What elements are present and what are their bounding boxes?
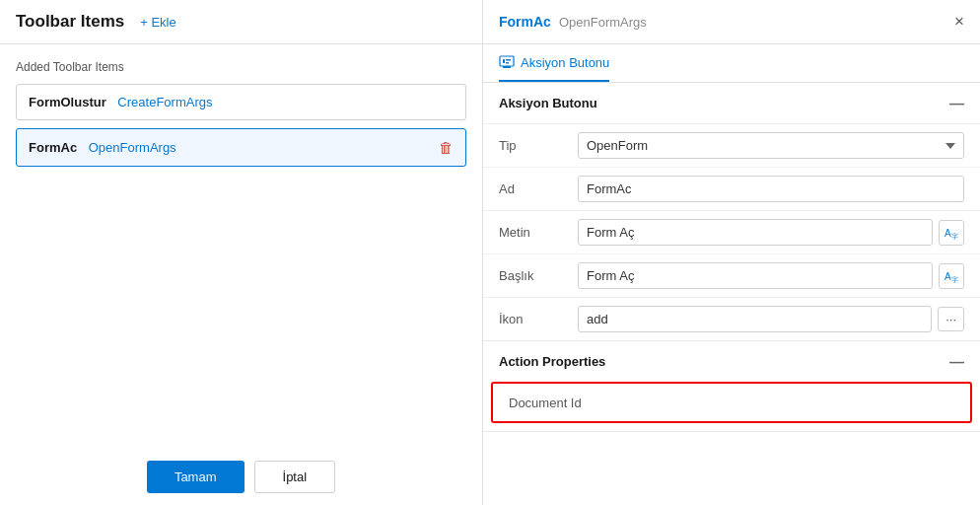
ad-input[interactable] bbox=[578, 176, 964, 202]
toolbar-item-name-selected: FormAc bbox=[29, 140, 77, 155]
metin-input[interactable] bbox=[578, 219, 933, 246]
right-header: FormAc OpenFormArgs × bbox=[483, 0, 980, 44]
ikon-input[interactable] bbox=[578, 306, 932, 332]
document-id-row: Document Id bbox=[491, 382, 972, 423]
close-button[interactable]: × bbox=[954, 12, 964, 32]
tab-aksiyon-butonu[interactable]: Aksiyon Butonu bbox=[499, 44, 609, 82]
field-row-ad: Ad bbox=[483, 167, 980, 210]
svg-rect-3 bbox=[506, 62, 509, 64]
document-id-input[interactable] bbox=[588, 396, 954, 410]
tab-bar: Aksiyon Butonu bbox=[483, 44, 980, 83]
added-toolbar-items-label: Added Toolbar Items bbox=[16, 60, 466, 74]
cancel-button[interactable]: İptal bbox=[254, 461, 336, 493]
field-value-tip: OpenForm bbox=[578, 132, 964, 159]
section-title-aksiyon: Aksiyon Butonu bbox=[499, 96, 597, 110]
collapse-icon-aksiyon[interactable]: — bbox=[949, 95, 964, 111]
field-label-metin: Metin bbox=[499, 225, 578, 240]
svg-rect-1 bbox=[503, 66, 511, 68]
field-value-baslik: A 字 bbox=[578, 262, 964, 289]
section-header-action-properties: Action Properties — bbox=[483, 341, 980, 382]
field-label-ad: Ad bbox=[499, 181, 578, 196]
tip-select[interactable]: OpenForm bbox=[578, 132, 964, 159]
toolbar-item-args-selected: OpenFormArgs bbox=[89, 140, 176, 155]
field-row-metin: Metin A 字 bbox=[483, 210, 980, 253]
toolbar-items-title: Toolbar Items bbox=[16, 12, 124, 32]
action-properties-section: Action Properties — Document Id bbox=[483, 341, 980, 432]
svg-rect-4 bbox=[503, 59, 505, 63]
right-panel: FormAc OpenFormArgs × Aksiyon Butonu Aks… bbox=[483, 0, 980, 505]
svg-text:字: 字 bbox=[951, 233, 958, 240]
right-title-sub: OpenFormArgs bbox=[559, 15, 647, 30]
field-label-baslik: Başlık bbox=[499, 268, 578, 283]
field-label-tip: Tip bbox=[499, 138, 578, 153]
tab-label: Aksiyon Butonu bbox=[521, 55, 609, 70]
right-title-bold: FormAc bbox=[499, 14, 551, 30]
action-tab-icon bbox=[499, 54, 515, 70]
toolbar-item-left: FormOlustur CreateFormArgs bbox=[29, 95, 212, 109]
svg-text:A: A bbox=[945, 271, 951, 282]
toolbar-item-formolustur[interactable]: FormOlustur CreateFormArgs bbox=[16, 84, 466, 120]
left-footer: Tamam İptal bbox=[0, 449, 482, 505]
collapse-icon-action-properties[interactable]: — bbox=[949, 353, 964, 370]
svg-text:A: A bbox=[945, 228, 951, 239]
field-label-ikon: İkon bbox=[499, 312, 578, 326]
add-button[interactable]: + Ekle bbox=[140, 15, 176, 30]
document-id-label: Document Id bbox=[509, 396, 588, 410]
svg-rect-0 bbox=[500, 56, 514, 66]
field-value-ikon: ··· bbox=[578, 306, 964, 332]
left-content: Added Toolbar Items FormOlustur CreateFo… bbox=[0, 44, 482, 449]
right-header-left: FormAc OpenFormArgs bbox=[499, 14, 647, 30]
section-title-action-properties: Action Properties bbox=[499, 354, 605, 369]
left-panel: Toolbar Items + Ekle Added Toolbar Items… bbox=[0, 0, 483, 505]
aksiyon-butonu-section: Aksiyon Butonu — Tip OpenForm Ad Metin bbox=[483, 83, 980, 341]
baslik-translate-icon[interactable]: A 字 bbox=[939, 263, 964, 289]
toolbar-item-args: CreateFormArgs bbox=[117, 95, 212, 109]
section-header-aksiyon: Aksiyon Butonu — bbox=[483, 83, 980, 123]
confirm-button[interactable]: Tamam bbox=[147, 461, 245, 493]
baslik-input[interactable] bbox=[578, 262, 933, 289]
toolbar-item-left-selected: FormAc OpenFormArgs bbox=[29, 140, 176, 155]
field-row-ikon: İkon ··· bbox=[483, 297, 980, 340]
svg-text:字: 字 bbox=[951, 276, 958, 283]
field-row-tip: Tip OpenForm bbox=[483, 123, 980, 167]
field-row-baslik: Başlık A 字 bbox=[483, 253, 980, 297]
left-header: Toolbar Items + Ekle bbox=[0, 0, 482, 44]
field-value-metin: A 字 bbox=[578, 219, 964, 246]
toolbar-item-formac[interactable]: FormAc OpenFormArgs 🗑 bbox=[16, 128, 466, 167]
toolbar-item-name: FormOlustur bbox=[29, 95, 106, 109]
ikon-more-button[interactable]: ··· bbox=[938, 307, 964, 331]
field-value-ad bbox=[578, 176, 964, 202]
svg-rect-2 bbox=[506, 59, 511, 61]
metin-translate-icon[interactable]: A 字 bbox=[939, 220, 964, 246]
delete-icon[interactable]: 🗑 bbox=[439, 139, 454, 156]
